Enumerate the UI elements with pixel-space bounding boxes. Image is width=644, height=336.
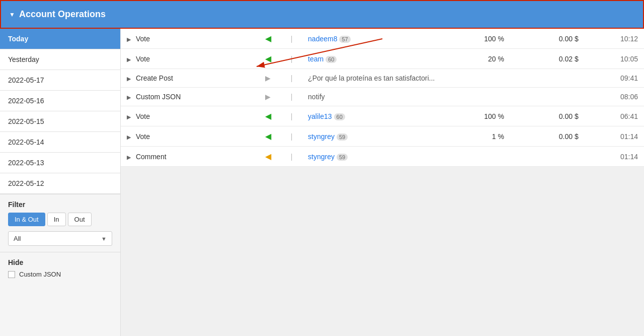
op-icon-cell: ▶	[255, 88, 281, 106]
sidebar-date-item[interactable]: 2022-05-16	[0, 91, 120, 111]
op-name: Vote	[136, 35, 150, 43]
expand-icon[interactable]: ▶	[127, 56, 131, 62]
expand-icon[interactable]: ▶	[127, 94, 131, 100]
op-percent: 100 %	[484, 35, 504, 43]
pipe-cell: |	[281, 147, 302, 167]
op-percent-cell	[451, 147, 510, 167]
content-wrapper: ▶ Vote ◀ | nadeem857 100 % 0.00 $ 10:12 …	[121, 29, 644, 336]
pipe-divider: |	[291, 55, 293, 63]
op-icon-cell: ◀	[255, 147, 281, 167]
filter-button[interactable]: In	[47, 213, 66, 226]
table-row[interactable]: ▶ Vote ◀ | nadeem857 100 % 0.00 $ 10:12	[121, 29, 644, 49]
filter-select-value: All	[14, 235, 21, 242]
sidebar: TodayYesterday2022-05-172022-05-162022-0…	[0, 29, 121, 336]
expand-icon[interactable]: ▶	[127, 76, 131, 82]
sidebar-dates: TodayYesterday2022-05-172022-05-162022-0…	[0, 29, 120, 194]
filter-label: Filter	[8, 200, 112, 209]
op-time-cell: 01:14	[585, 147, 644, 167]
op-icon-cell: ◀	[255, 106, 281, 126]
orange-triangle-icon: ◀	[265, 152, 271, 161]
user-link[interactable]: styngrey	[308, 132, 335, 141]
green-triangle-icon: ◀	[265, 112, 271, 120]
op-time-cell: 10:12	[585, 29, 644, 49]
pipe-divider: |	[291, 74, 293, 82]
op-icon-cell: ◀	[255, 126, 281, 147]
sidebar-date-item[interactable]: 2022-05-12	[0, 173, 120, 194]
user-link[interactable]: team	[308, 55, 324, 63]
op-percent-cell: 20 %	[451, 49, 510, 69]
table-row[interactable]: ▶ Comment ◀ | styngrey59 01:14	[121, 147, 644, 167]
op-time-cell: 01:14	[585, 126, 644, 147]
operations-tbody: ▶ Vote ◀ | nadeem857 100 % 0.00 $ 10:12 …	[121, 29, 644, 167]
op-percent: 100 %	[484, 112, 504, 120]
op-type-cell: ▶ Vote	[121, 126, 255, 147]
op-time-cell: 08:06	[585, 88, 644, 106]
pipe-cell: |	[281, 69, 302, 88]
green-triangle-icon: ◀	[265, 132, 271, 141]
user-link[interactable]: yalile13	[308, 112, 332, 120]
expand-icon[interactable]: ▶	[127, 154, 131, 160]
sidebar-date-item[interactable]: 2022-05-17	[0, 70, 120, 91]
op-time-cell: 09:41	[585, 69, 644, 88]
table-row[interactable]: ▶ Create Post ▶ | ¿Por qué la proteína e…	[121, 69, 644, 88]
op-type-cell: ▶ Custom JSON	[121, 88, 255, 106]
gray-triangle-icon: ▶	[265, 93, 271, 101]
op-type-cell: ▶ Comment	[121, 147, 255, 167]
user-link[interactable]: styngrey	[308, 153, 335, 161]
op-time: 10:05	[620, 55, 638, 63]
expand-icon[interactable]: ▶	[127, 114, 131, 120]
op-amount-cell: 0.00 $	[510, 106, 585, 126]
op-time: 06:41	[620, 112, 638, 120]
sidebar-date-item[interactable]: 2022-05-15	[0, 111, 120, 132]
op-time-cell: 10:05	[585, 49, 644, 69]
user-badge: 59	[337, 154, 348, 161]
table-row[interactable]: ▶ Vote ◀ | team60 20 % 0.02 $ 10:05	[121, 49, 644, 69]
table-row[interactable]: ▶ Custom JSON ▶ | notify 08:06	[121, 88, 644, 106]
hide-custom-json-label: Custom JSON	[19, 271, 61, 278]
op-type-cell: ▶ Vote	[121, 106, 255, 126]
hide-label: Hide	[8, 258, 112, 266]
custom-json-checkbox[interactable]	[8, 271, 15, 278]
green-triangle-icon: ◀	[265, 54, 271, 63]
sidebar-date-item[interactable]: Today	[0, 29, 120, 49]
hide-section: Hide Custom JSON	[0, 252, 120, 284]
op-name: Vote	[136, 55, 150, 63]
op-user-cell: nadeem857	[302, 29, 451, 49]
sidebar-date-item[interactable]: 2022-05-13	[0, 153, 120, 173]
table-row[interactable]: ▶ Vote ◀ | styngrey59 1 % 0.00 $ 01:14	[121, 126, 644, 147]
op-percent: 1 %	[492, 132, 504, 141]
main-layout: TodayYesterday2022-05-172022-05-162022-0…	[0, 29, 644, 336]
sidebar-date-item[interactable]: 2022-05-14	[0, 132, 120, 153]
filter-button[interactable]: In & Out	[8, 213, 45, 226]
sidebar-date-item[interactable]: Yesterday	[0, 49, 120, 70]
op-percent-cell	[451, 88, 510, 106]
pipe-divider: |	[291, 93, 293, 101]
filter-select[interactable]: All ▼	[8, 231, 112, 246]
user-link[interactable]: nadeem8	[308, 35, 337, 43]
op-percent-cell: 1 %	[451, 126, 510, 147]
op-amount-cell: 0.00 $	[510, 29, 585, 49]
pipe-cell: |	[281, 88, 302, 106]
op-time: 01:14	[620, 153, 638, 161]
filter-buttons: In & OutInOut	[8, 213, 112, 226]
op-user-cell: styngrey59	[302, 126, 451, 147]
op-name: Comment	[136, 153, 167, 161]
expand-icon[interactable]: ▶	[127, 134, 131, 140]
hide-custom-json-item: Custom JSON	[8, 271, 112, 278]
green-triangle-icon: ◀	[265, 34, 271, 43]
pipe-cell: |	[281, 29, 302, 49]
operations-table: ▶ Vote ◀ | nadeem857 100 % 0.00 $ 10:12 …	[121, 29, 644, 167]
pipe-divider: |	[291, 112, 293, 120]
table-row[interactable]: ▶ Vote ◀ | yalile1360 100 % 0.00 $ 06:41	[121, 106, 644, 126]
gray-triangle-icon: ▶	[265, 74, 271, 82]
op-name: Vote	[136, 112, 150, 120]
op-amount: 0.00 $	[559, 35, 579, 43]
op-amount-cell	[510, 69, 585, 88]
expand-icon[interactable]: ▶	[127, 36, 131, 42]
op-user-cell: notify	[302, 88, 451, 106]
filter-button[interactable]: Out	[68, 213, 92, 226]
op-description: notify	[308, 93, 325, 101]
op-amount: 0.02 $	[559, 55, 579, 63]
op-amount: 0.00 $	[559, 132, 579, 141]
op-user-cell: styngrey59	[302, 147, 451, 167]
